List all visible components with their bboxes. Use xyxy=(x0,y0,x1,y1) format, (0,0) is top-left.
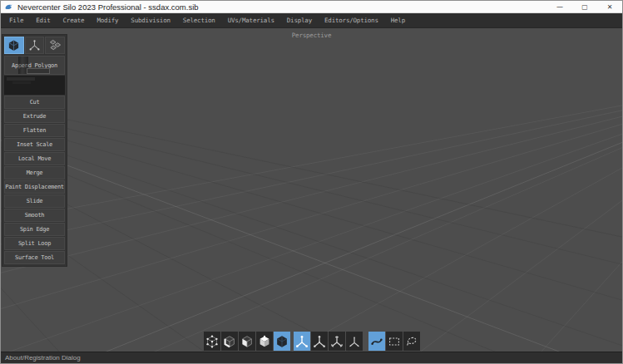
minimize-button[interactable]: — xyxy=(547,1,572,13)
tool-cut[interactable]: Cut xyxy=(4,96,65,109)
tripod-squares-icon xyxy=(312,334,327,349)
tool-spin-edge[interactable]: Spin Edge xyxy=(4,223,65,236)
render-artifact xyxy=(7,77,35,81)
selection-mode-group xyxy=(204,332,290,351)
dashed-rect-icon xyxy=(387,334,402,349)
window-title: Nevercenter Silo 2023 Professional - ssd… xyxy=(17,1,199,13)
tool-label: Flatten xyxy=(23,127,46,134)
cube-solid-icon xyxy=(257,334,272,349)
face-mode-button[interactable] xyxy=(239,332,255,351)
cube-face-icon xyxy=(240,334,255,349)
tool-smooth[interactable]: Smooth xyxy=(4,209,65,222)
close-button[interactable]: ✕ xyxy=(597,1,622,13)
curve-icon xyxy=(369,334,384,349)
menu-modify[interactable]: Modify xyxy=(96,17,118,24)
menu-edit[interactable]: Edit xyxy=(36,17,50,24)
hexagon-cube-icon xyxy=(274,334,289,349)
tool-slide[interactable]: Slide xyxy=(4,194,65,208)
lasso-icon xyxy=(404,334,419,349)
tool-label: Slide xyxy=(27,198,43,204)
tool-flatten[interactable]: Flatten xyxy=(4,124,65,137)
cube-vertices-icon xyxy=(205,334,220,349)
selection-style-group xyxy=(368,332,420,351)
menu-subdivision[interactable]: Subdivision xyxy=(131,17,170,24)
edge-mode-button[interactable] xyxy=(221,332,238,351)
tool-extrude[interactable]: Extrude xyxy=(4,110,65,123)
marquee-select-button[interactable] xyxy=(386,332,403,351)
move-manipulator-button[interactable] xyxy=(294,332,310,351)
tool-panel-tabs xyxy=(4,37,65,54)
lasso-select-button[interactable] xyxy=(403,332,420,351)
menu-create[interactable]: Create xyxy=(63,17,85,24)
tool-inset-scale[interactable]: Inset Scale xyxy=(4,138,65,151)
tool-label: Extrude xyxy=(23,113,46,120)
status-message: About/Registration Dialog xyxy=(5,354,81,362)
universal-manipulator-button[interactable] xyxy=(346,332,363,351)
rotate-manipulator-button[interactable] xyxy=(329,332,345,351)
object-mode-button[interactable] xyxy=(256,332,273,351)
menu-selection[interactable]: Selection xyxy=(183,17,215,24)
menu-editors-options[interactable]: Editors/Options xyxy=(324,17,378,24)
tripod-dots-icon xyxy=(294,334,309,349)
tab-modeling-tools[interactable] xyxy=(4,37,24,54)
tripod-small-icon xyxy=(347,334,362,349)
diamond-tiles-icon xyxy=(49,39,62,52)
menu-bar: File Edit Create Modify Subdivision Sele… xyxy=(1,13,622,28)
tool-label: Smooth xyxy=(25,212,45,219)
tool-label: Local Move xyxy=(18,155,51,162)
tool-label: Spin Edge xyxy=(20,226,49,233)
scale-manipulator-button[interactable] xyxy=(311,332,328,351)
maximize-button[interactable]: ▢ xyxy=(572,1,597,13)
tool-split-loop[interactable]: Split Loop xyxy=(4,237,65,250)
tab-uv-editor[interactable] xyxy=(45,37,65,54)
menu-uvs-materials[interactable]: UVs/Materials xyxy=(228,17,274,24)
bottom-toolbar xyxy=(204,332,420,351)
menu-display[interactable]: Display xyxy=(287,17,312,24)
viewport-name-label: Perspective xyxy=(1,32,622,39)
window-controls: — ▢ ✕ xyxy=(547,1,622,13)
cube-icon xyxy=(7,39,20,52)
tool-label: Merge xyxy=(27,170,43,176)
menu-help[interactable]: Help xyxy=(391,17,405,24)
tool-append-polygon[interactable]: Append Polygon xyxy=(4,56,65,75)
tweak-select-button[interactable] xyxy=(368,332,385,351)
tool-label: Surface Tool xyxy=(15,254,54,261)
cube-edge-icon xyxy=(222,334,237,349)
tool-surface-tool[interactable]: Surface Tool xyxy=(4,251,65,264)
app-window: Nevercenter Silo 2023 Professional - ssd… xyxy=(0,0,623,364)
render-artifact xyxy=(12,81,31,84)
tool-label: Cut xyxy=(30,99,40,106)
viewport-3d[interactable]: Perspective xyxy=(1,28,622,352)
tab-manipulators[interactable] xyxy=(25,37,45,54)
status-bar: About/Registration Dialog xyxy=(1,352,622,363)
tool-merge[interactable]: Merge xyxy=(4,166,65,180)
app-logo-icon xyxy=(4,2,13,12)
tool-label: Split Loop xyxy=(18,240,51,247)
perspective-grid xyxy=(1,28,622,352)
unrendered-button-region xyxy=(4,76,65,95)
multi-mode-button[interactable] xyxy=(274,332,290,351)
tripod-curved-icon xyxy=(329,334,344,349)
vertex-mode-button[interactable] xyxy=(204,332,220,351)
axis-tripod-icon xyxy=(28,39,41,52)
menu-file[interactable]: File xyxy=(9,17,23,24)
tool-label: Paint Displacement xyxy=(5,184,63,190)
manipulator-group xyxy=(294,332,363,351)
tool-label: Inset Scale xyxy=(17,141,52,148)
tool-local-move[interactable]: Local Move xyxy=(4,152,65,165)
tool-paint-displacement[interactable]: Paint Displacement xyxy=(4,180,65,194)
tool-panel: Append Polygon Cut Extrude Flatten Inset… xyxy=(2,34,67,267)
tool-label: Append Polygon xyxy=(12,62,57,69)
title-bar: Nevercenter Silo 2023 Professional - ssd… xyxy=(1,1,622,13)
render-artifact xyxy=(27,68,50,74)
